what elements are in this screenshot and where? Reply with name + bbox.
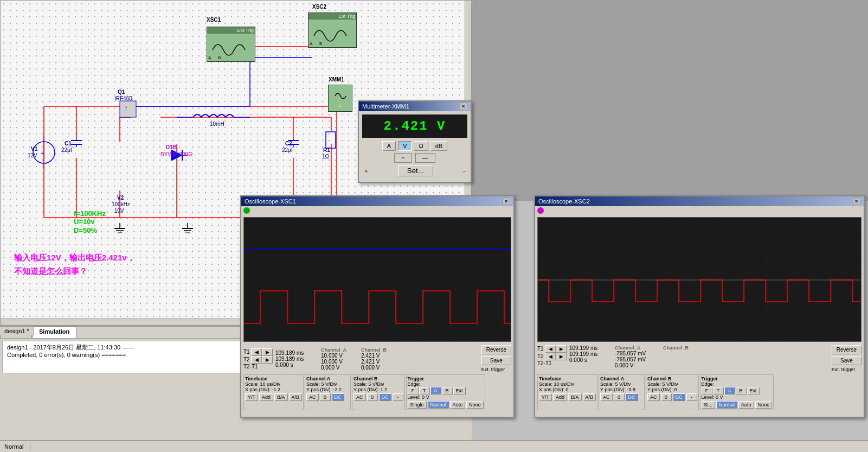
osc2-edge-ext[interactable]: Ext (747, 387, 760, 394)
osc1-ab-btn[interactable]: A/B (289, 393, 303, 401)
osc2-normal-btn[interactable]: Normal (716, 401, 737, 409)
multimeter-set-row: + Set... - (364, 165, 465, 176)
osc2-level-val: 0 (716, 394, 718, 400)
q1-value: IRF460 (114, 96, 132, 101)
osc1-cha-ac[interactable]: AC (306, 393, 319, 401)
osc1-t1-right[interactable]: ▶ (262, 348, 273, 356)
osc2-chb-ac[interactable]: AC (647, 393, 660, 401)
osc1-edge-a[interactable]: A (430, 387, 441, 394)
mm-mode-ac[interactable]: ~ (394, 153, 412, 163)
osc1-chb-header: Channel_B (361, 347, 399, 353)
osc1-cha-dc[interactable]: DC (332, 393, 344, 401)
osc2-t2-left[interactable]: ◀ (545, 353, 556, 360)
osc2-timebase-title: Timebase (539, 376, 596, 381)
osc2-t2-time: 109.199 ms (569, 351, 613, 357)
osc2-titlebar[interactable]: Oscilloscope-XSC2 ✕ (535, 196, 864, 206)
osc1-t1-left[interactable]: ◀ (251, 348, 262, 356)
osc1-add-btn[interactable]: Add (259, 393, 273, 401)
svg-rect-51 (244, 218, 511, 341)
mm-btn-v[interactable]: V (398, 141, 412, 151)
osc2-none-btn[interactable]: None (755, 401, 773, 409)
osc1-t1-cha: 10.000 V (321, 353, 359, 359)
osc2-chb-header: Channel_B (663, 345, 701, 351)
osc1-save-btn[interactable]: Save (481, 356, 511, 365)
osc2-close-btn[interactable]: ✕ (853, 198, 860, 205)
multimeter-titlebar[interactable]: Multimeter-XMM1 ✕ (359, 101, 471, 111)
svg-text:↑: ↑ (124, 104, 128, 112)
v2-value: 100kHz (112, 201, 130, 207)
osc2-timebase-xpos: X pos.(Div): 0 (539, 387, 596, 392)
design-tab[interactable]: design1 * (0, 327, 34, 335)
osc2-reverse-btn[interactable]: Reverse (832, 345, 861, 354)
mm-btn-ohm[interactable]: Ω (414, 141, 428, 151)
osc2-cha-0[interactable]: 0 (614, 393, 625, 401)
osc2-edge-t[interactable]: T (713, 387, 724, 394)
osc1-chb-minus[interactable]: - (393, 393, 403, 401)
osc1-display (243, 217, 511, 342)
osc1-edge-ext[interactable]: Ext (453, 387, 466, 394)
osc2-edge-b[interactable]: B (736, 387, 747, 394)
freq-annotation: f=100KHz (74, 209, 106, 218)
osc2-auto-btn[interactable]: Auto (738, 401, 754, 409)
osc2-save-btn[interactable]: Save (832, 356, 861, 365)
osc1-chb-scale: 5 V/Div (369, 381, 384, 387)
multimeter-close-btn[interactable]: ✕ (460, 103, 467, 110)
osc2-edge-f[interactable]: F (702, 387, 712, 394)
osc1-auto-btn[interactable]: Auto (450, 401, 466, 409)
osc2-t1-right[interactable]: ▶ (556, 345, 567, 353)
osc2-display (537, 217, 861, 342)
osc1-close-btn[interactable]: ✕ (503, 198, 510, 205)
osc1-single-btn[interactable]: Single (408, 401, 427, 409)
multimeter-measurement-buttons: A V Ω dB (362, 141, 467, 151)
osc1-edge-f[interactable]: F (408, 387, 419, 394)
osc1-none-btn[interactable]: None (466, 401, 484, 409)
osc1-t2t1-chb: 0.000 V (361, 365, 399, 371)
oscilloscope1-window: Oscilloscope-XSC1 ✕ T1 ◀▶ T2 (240, 195, 515, 418)
osc1-cha-0[interactable]: 0 (320, 393, 331, 401)
xmm1-label: XMM1 (329, 77, 344, 82)
mm-mode-dc[interactable]: — (415, 153, 435, 163)
osc1-ba-btn[interactable]: B/A (274, 393, 288, 401)
osc1-t1-chb: 2.421 V (361, 353, 399, 359)
svg-rect-55 (538, 218, 861, 341)
osc1-normal-btn[interactable]: Normal (428, 401, 449, 409)
osc2-t2-right[interactable]: ▶ (556, 353, 567, 360)
osc1-edge-b[interactable]: B (442, 387, 453, 394)
osc2-ba-btn[interactable]: B/A (568, 393, 582, 401)
xsc1-component[interactable]: Ext Trig A B (207, 27, 255, 62)
osc1-chb-ac[interactable]: AC (353, 393, 366, 401)
chinese-text-1: 输入电压12V，输出电压2.421v， (14, 253, 135, 263)
osc1-edge-t[interactable]: T (419, 387, 430, 394)
osc1-chb-dc[interactable]: DC (379, 393, 391, 401)
osc2-add-btn[interactable]: Add (553, 393, 567, 401)
osc2-cha-ac[interactable]: AC (600, 393, 613, 401)
d1b-label: D1B (166, 144, 177, 150)
osc2-yt-btn[interactable]: Y/T (539, 393, 552, 401)
xsc2-component[interactable]: Ext Trig A B (308, 12, 357, 48)
d1b-value: BYV32-200G (160, 151, 192, 157)
osc2-chb-0[interactable]: 0 (661, 393, 672, 401)
osc1-t2-right[interactable]: ▶ (262, 356, 273, 364)
simulation-tab[interactable]: Simulation (32, 327, 76, 338)
osc1-ext-trigger: Ext. trigger (481, 367, 511, 372)
osc1-reverse-btn[interactable]: Reverse (481, 345, 511, 354)
mm-btn-a[interactable]: A (382, 141, 396, 151)
osc1-t1-label: T1 ◀▶ (243, 348, 273, 356)
osc1-yt-btn[interactable]: Y/T (245, 393, 258, 401)
osc2-t1-cha: -795.057 mV (615, 351, 661, 356)
osc2-t1-left[interactable]: ◀ (545, 345, 556, 353)
xmm1-component[interactable]: ⚡ (328, 85, 352, 112)
osc2-chb-ypos: Y pos.(Div): 0 (647, 387, 697, 392)
osc2-chb-minus[interactable]: - (686, 393, 697, 401)
osc1-titlebar[interactable]: Oscilloscope-XSC1 ✕ (241, 196, 513, 206)
osc1-chb-0[interactable]: 0 (367, 393, 378, 401)
mm-btn-db[interactable]: dB (430, 141, 447, 151)
osc2-edge-a[interactable]: A (724, 387, 735, 394)
osc2-single-btn[interactable]: Si... (702, 401, 716, 409)
multimeter-window: Multimeter-XMM1 ✕ 2.421 V A V Ω dB ~ — +… (358, 100, 472, 183)
osc2-chb-dc[interactable]: DC (673, 393, 685, 401)
osc1-t2-left[interactable]: ◀ (251, 356, 262, 364)
osc2-ab-btn[interactable]: A/B (583, 393, 596, 401)
osc2-cha-dc[interactable]: DC (626, 393, 638, 401)
mm-set-btn[interactable]: Set... (398, 165, 433, 176)
